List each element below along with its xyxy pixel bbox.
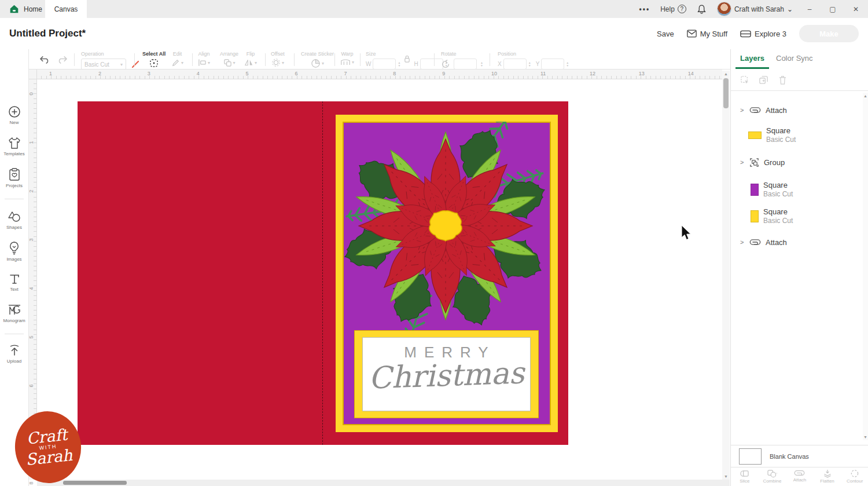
align-button[interactable]: Align ▾ — [198, 51, 210, 67]
scroll-up-icon[interactable]: ▲ — [863, 94, 867, 98]
scroll-down-icon[interactable]: ▼ — [724, 474, 728, 478]
edit-button[interactable]: Edit ▾ — [171, 51, 183, 67]
layer-row-group[interactable]: > Group — [731, 154, 863, 171]
flip-button[interactable]: Flip ▾ — [244, 51, 257, 67]
chevron-right-icon[interactable]: > — [740, 239, 745, 246]
warp-button[interactable]: Warp ▾ — [340, 51, 354, 66]
contour-icon — [850, 469, 859, 478]
tab-layers[interactable]: Layers — [740, 54, 764, 63]
upload-icon — [8, 344, 21, 357]
save-button[interactable]: Save — [657, 30, 674, 38]
vscroll-thumb[interactable] — [723, 78, 729, 108]
card-base-layer[interactable]: MERRY Christmas — [78, 101, 568, 445]
poinsettia-artwork[interactable] — [343, 122, 551, 337]
chevron-right-icon[interactable]: > — [740, 107, 745, 114]
width-stepper[interactable]: ▲▼ — [398, 61, 400, 67]
sidebar-item-images[interactable]: Images — [0, 242, 28, 262]
sidebar-item-shapes[interactable]: Shapes — [0, 210, 28, 230]
contour-button[interactable]: Contour — [841, 467, 868, 486]
shapes-icon — [8, 210, 21, 223]
redo-button[interactable] — [57, 55, 68, 64]
sidebar-item-new[interactable]: New — [0, 105, 28, 125]
rotate-input[interactable] — [454, 59, 477, 70]
combine-button[interactable]: Combine — [759, 467, 786, 486]
height-input[interactable] — [420, 59, 443, 70]
blank-canvas-swatch[interactable] — [739, 448, 762, 465]
sidebar-item-label: Text — [0, 287, 28, 292]
arrange-icon — [223, 59, 232, 67]
sidebar-item-text[interactable]: Text — [0, 273, 28, 292]
notifications-bell-icon[interactable] — [697, 4, 707, 14]
layer-row-attach-1[interactable]: > Attach — [731, 101, 863, 119]
my-stuff-button[interactable]: My Stuff — [687, 30, 727, 38]
footer-label: Combine — [759, 478, 786, 484]
sidebar-item-templates[interactable]: Templates — [0, 137, 28, 156]
sidebar-item-projects[interactable]: Projects — [0, 168, 28, 188]
x-stepper[interactable]: ▲▼ — [528, 61, 531, 67]
shirt-icon — [8, 137, 21, 149]
help-button[interactable]: Help ? — [660, 5, 686, 13]
tab-canvas[interactable]: Canvas — [45, 0, 87, 18]
tab-home[interactable]: Home — [0, 0, 52, 18]
account-menu[interactable]: Craft with Sarah ⌄ — [717, 2, 793, 16]
make-button[interactable]: Make — [799, 25, 859, 42]
my-stuff-label: My Stuff — [700, 30, 727, 38]
layer-row-attach-2[interactable]: > Attach — [731, 233, 863, 251]
scroll-down-icon[interactable]: ▼ — [863, 435, 867, 439]
window-close-button[interactable]: ✕ — [849, 5, 862, 13]
layer-row-square-yellow-wide[interactable]: Square Basic Cut — [731, 123, 863, 147]
arrange-button[interactable]: Arrange ▾ — [220, 51, 238, 67]
layer-row-square-purple[interactable]: Square Basic Cut — [731, 178, 863, 201]
layer-swatch[interactable] — [748, 131, 762, 139]
scroll-up-icon[interactable]: ▲ — [724, 72, 728, 76]
canvas-horizontal-scrollbar[interactable] — [37, 480, 730, 486]
window-minimize-button[interactable]: – — [803, 5, 816, 13]
offset-button[interactable]: Offset ▾ — [271, 51, 285, 67]
panel-footer: Slice Combine Attach Flatten Contour — [731, 467, 868, 486]
blank-canvas-row[interactable]: Blank Canvas — [731, 445, 868, 467]
width-input[interactable] — [373, 59, 396, 70]
layer-swatch[interactable] — [751, 184, 759, 196]
lock-icon[interactable] — [404, 55, 410, 63]
layers-scrollbar[interactable]: ▲ ▼ — [863, 93, 868, 440]
duplicate-icon[interactable] — [759, 75, 768, 85]
x-input[interactable] — [503, 59, 527, 70]
overflow-menu-icon[interactable]: ••• — [639, 5, 650, 13]
caret-down-icon: ▾ — [322, 61, 324, 66]
create-sticker-button[interactable]: Create Sticker ▾ — [301, 51, 334, 68]
layer-row-square-yellow[interactable]: Square Basic Cut — [731, 204, 863, 228]
align-icon — [198, 59, 207, 67]
rotate-stepper[interactable]: ▲▼ — [480, 61, 483, 67]
select-all-button[interactable]: Select All — [142, 51, 165, 68]
ruler-v-number: 8 — [28, 481, 34, 484]
operation-select[interactable]: Basic Cut ▾ — [81, 59, 126, 70]
greeting-mat[interactable]: MERRY Christmas — [354, 330, 539, 418]
slice-button[interactable]: Slice — [731, 467, 759, 486]
sidebar-item-upload[interactable]: Upload — [0, 344, 28, 364]
select-all-icon — [149, 59, 159, 68]
sidebar-item-monogram[interactable]: Monogram — [0, 304, 28, 323]
flatten-button[interactable]: Flatten — [814, 467, 841, 486]
y-input[interactable] — [541, 59, 564, 70]
tab-color-sync[interactable]: Color Sync — [776, 54, 813, 63]
trash-icon[interactable] — [778, 75, 787, 85]
warp-icon — [340, 59, 351, 66]
window-maximize-button[interactable]: ▢ — [826, 5, 839, 13]
chevron-right-icon[interactable]: > — [740, 159, 745, 166]
align-label: Align — [198, 51, 210, 57]
canvas-area[interactable]: 1234567891011121314 012345678 — [29, 70, 730, 486]
pen-color-icon[interactable] — [131, 60, 140, 69]
operation-label: Operation — [81, 51, 140, 57]
attach-button[interactable]: Attach — [786, 467, 814, 486]
rotate-icon[interactable] — [441, 60, 450, 69]
select-layers-icon[interactable] — [740, 75, 750, 85]
explore-machine-button[interactable]: Explore 3 — [740, 30, 786, 38]
canvas-vertical-scrollbar[interactable]: ▲ ▼ — [722, 71, 730, 480]
greeting-panel[interactable]: MERRY Christmas — [362, 337, 531, 411]
undo-button[interactable] — [39, 55, 50, 64]
hscroll-thumb[interactable] — [63, 481, 127, 485]
layer-swatch[interactable] — [751, 210, 759, 222]
y-stepper[interactable]: ▲▼ — [566, 61, 569, 67]
attach-icon — [794, 469, 805, 477]
caret-down-icon: ▾ — [352, 60, 354, 65]
